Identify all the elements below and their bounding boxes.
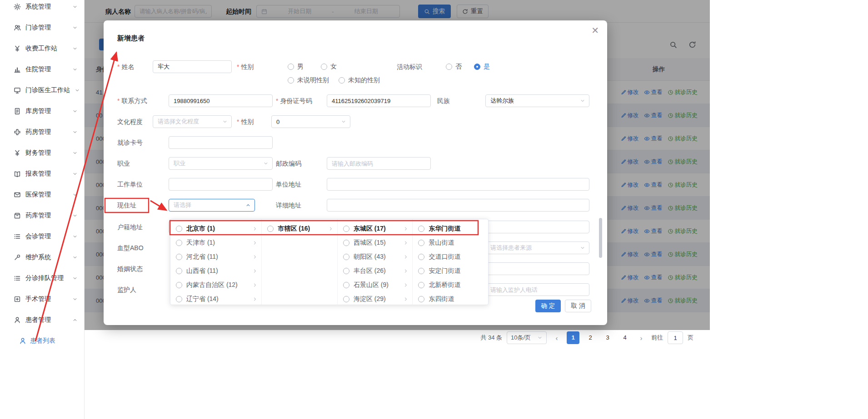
yen-icon: [14, 149, 21, 157]
sidebar-subitem-patient-list[interactable]: 患者列表: [0, 330, 84, 351]
cascader-option-shixiaqu[interactable]: 市辖区 (16): [262, 222, 337, 236]
sidebar-item-reports[interactable]: 报表管理: [0, 163, 84, 184]
cascader-option-tianjin[interactable]: 天津市 (1): [170, 236, 261, 250]
radio-icon: [267, 226, 274, 232]
occupation-label: 职业: [117, 157, 130, 170]
unit-address-input[interactable]: [327, 178, 589, 191]
sidebar-item-surgery[interactable]: 手术管理: [0, 289, 84, 310]
cascader-option-liaoning[interactable]: 辽宁省 (14): [170, 292, 261, 305]
active-flag-no-radio[interactable]: 否: [446, 60, 462, 73]
page-button-1[interactable]: 1: [567, 331, 579, 344]
next-page-button[interactable]: ›: [636, 334, 647, 342]
prev-page-button[interactable]: ‹: [551, 334, 562, 342]
marital-status-label: 婚姻状态: [117, 262, 143, 275]
chevron-right-icon: [328, 226, 334, 232]
sidebar-item-triage-queue[interactable]: 分诊排队管理: [0, 268, 84, 289]
cascader-option-xicheng[interactable]: 西城区 (15): [338, 236, 413, 250]
row10-right-input[interactable]: [485, 262, 589, 275]
guardian-phone-input[interactable]: [485, 283, 589, 296]
chevron-down-icon: [537, 335, 543, 340]
modal-scrollbar[interactable]: [599, 218, 602, 258]
gender-male-radio[interactable]: 男: [288, 60, 304, 73]
contact-input[interactable]: [169, 94, 273, 107]
gender-unstated-radio[interactable]: 未说明性别: [288, 74, 329, 87]
bar-chart-icon: [14, 66, 21, 73]
cancel-button[interactable]: 取 消: [565, 300, 591, 312]
sidebar-item-system[interactable]: 系统管理: [0, 0, 84, 17]
cascader-option-shijingshan[interactable]: 石景山区 (9): [338, 278, 413, 292]
sidebar-item-label: 门诊管理: [25, 24, 51, 32]
unit-address-label: 单位地址: [276, 178, 301, 191]
page-button-3[interactable]: 3: [601, 331, 614, 344]
cascader-option-shanxi[interactable]: 山西省 (11): [170, 264, 261, 278]
chevron-down-icon: [222, 119, 228, 124]
row8-right-input[interactable]: [485, 221, 589, 233]
cascader-option-neimenggu[interactable]: 内蒙古自治区 (12): [170, 278, 261, 292]
confirm-button[interactable]: 确 定: [535, 300, 561, 312]
close-icon[interactable]: ✕: [591, 26, 599, 35]
gender-code-select[interactable]: 0: [271, 115, 350, 128]
cascader-option-jingshan[interactable]: 景山街道: [413, 236, 488, 250]
page-size-select[interactable]: 10条/页: [507, 331, 547, 344]
page-button-2[interactable]: 2: [584, 331, 597, 344]
surgery-icon: [14, 296, 21, 303]
goto-label: 前往: [651, 334, 663, 342]
sidebar-item-charging-station[interactable]: 收费工作站: [0, 38, 84, 59]
cascader-option-dongcheng[interactable]: 东城区 (17): [338, 222, 413, 236]
cascader-option-dongsi[interactable]: 东四街道: [413, 292, 488, 305]
sidebar-item-finance[interactable]: 财务管理: [0, 143, 84, 163]
sidebar-item-label: 库房管理: [25, 107, 51, 115]
gender-female-radio[interactable]: 女: [321, 60, 337, 73]
detail-address-input[interactable]: [327, 199, 589, 212]
radio-icon: [418, 240, 424, 246]
sidebar-item-drug-storage[interactable]: 药库管理: [0, 205, 84, 226]
sidebar-item-consultation[interactable]: 会诊管理: [0, 226, 84, 247]
sidebar-item-warehouse[interactable]: 库房管理: [0, 101, 84, 122]
sidebar-item-maintenance[interactable]: 维护系统: [0, 247, 84, 268]
ethnicity-select[interactable]: 达斡尔族: [485, 94, 589, 107]
page-size-value: 10条/页: [511, 334, 531, 342]
cascader-option-donghuamen[interactable]: 东华门街道: [413, 222, 488, 236]
cascader-option-beixinqiao[interactable]: 北新桥街道: [413, 278, 488, 292]
yen-icon: [14, 45, 21, 52]
patient-source-select[interactable]: 请选择患者来源: [485, 242, 589, 254]
sidebar-item-inpatient[interactable]: 住院管理: [0, 59, 84, 80]
detail-address-label: 详细地址: [276, 199, 301, 212]
sidebar-menu: 系统管理 门诊管理 收费工作站 住院管理 门诊医生工作站 库房管理 药房管理 财…: [0, 0, 84, 351]
sidebar-item-label: 维护系统: [25, 253, 51, 261]
radio-icon: [339, 77, 345, 84]
gender-unknown-radio[interactable]: 未知的性别: [339, 74, 380, 87]
education-select[interactable]: 请选择文化程度: [153, 115, 232, 128]
postal-label: 邮政编码: [276, 157, 301, 170]
work-unit-input[interactable]: [169, 178, 273, 191]
sidebar-item-label: 手术管理: [25, 295, 51, 303]
cascader-option-chaoyang[interactable]: 朝阳区 (43): [338, 250, 413, 264]
name-input[interactable]: [153, 60, 232, 73]
chevron-down-icon: [72, 67, 78, 72]
cascader-option-haidian[interactable]: 海淀区 (29): [338, 292, 413, 305]
page-button-4[interactable]: 4: [619, 331, 631, 344]
radio-icon: [343, 296, 349, 302]
tool-icon: [14, 254, 21, 261]
sidebar-item-pharmacy[interactable]: 药房管理: [0, 122, 84, 143]
postal-input[interactable]: [327, 157, 431, 170]
cascader-option-fengtai[interactable]: 丰台区 (26): [338, 264, 413, 278]
radio-icon: [288, 64, 294, 70]
cascader-option-jiaodaokou[interactable]: 交道口街道: [413, 250, 488, 264]
cascader-option-andingmen[interactable]: 安定门街道: [413, 264, 488, 278]
cascader-option-hebei[interactable]: 河北省 (11): [170, 250, 261, 264]
sidebar-item-insurance[interactable]: 医保管理: [0, 184, 84, 205]
sidebar-item-outpatient[interactable]: 门诊管理: [0, 17, 84, 38]
id-number-label: *身份证号码: [276, 94, 312, 107]
cascader-option-beijing[interactable]: 北京市 (1): [170, 222, 261, 236]
id-number-input[interactable]: [327, 94, 431, 107]
radio-icon: [418, 296, 424, 302]
goto-page-input[interactable]: [668, 331, 683, 344]
sidebar-item-doctor-workstation[interactable]: 门诊医生工作站: [0, 80, 84, 101]
occupation-select[interactable]: 职业: [169, 157, 273, 170]
active-flag-yes-radio[interactable]: 是: [474, 60, 490, 73]
current-address-label: 现住址: [117, 199, 136, 212]
current-address-cascader-select[interactable]: 请选择: [169, 199, 255, 212]
sidebar-item-patient-management[interactable]: 患者管理: [0, 310, 84, 330]
card-no-input[interactable]: [169, 136, 273, 149]
